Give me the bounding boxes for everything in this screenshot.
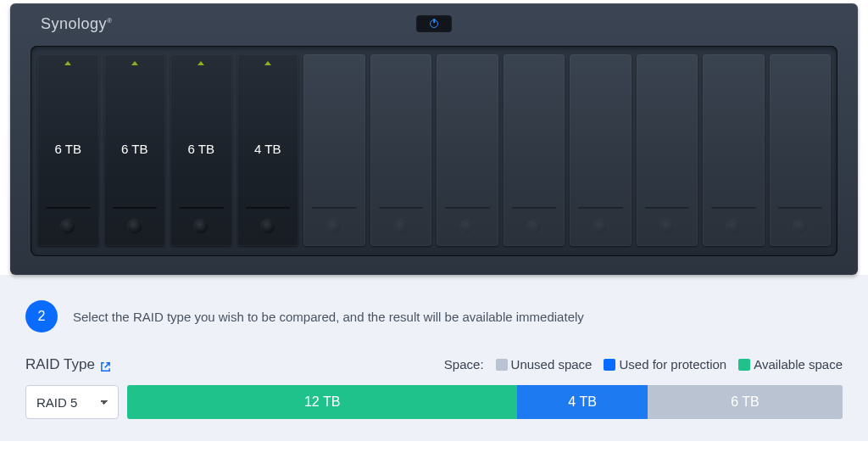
drive-bay-2[interactable]: 6 TB [104,54,166,246]
drive-lock-icon [793,219,808,234]
drive-capacity-label: 6 TB [37,142,99,156]
drive-lock-icon [659,219,675,234]
drive-lock-icon [260,219,275,234]
drive-capacity-label: 4 TB [237,142,299,156]
space-legend: Space: Unused space Used for protection … [444,357,843,372]
segment-unused: 6 TB [648,385,843,419]
drive-lock-icon [193,219,209,234]
drive-slot [711,207,756,209]
drive-lock-icon [526,219,542,234]
drive-bay-11[interactable] [703,54,765,246]
power-button[interactable] [417,16,451,31]
segment-protection: 4 TB [517,385,647,419]
step-instruction: Select the RAID type you wish to be comp… [73,310,584,324]
drive-capacity-label: 6 TB [170,142,232,156]
drive-lock-icon [393,219,409,234]
drive-bay-12[interactable] [770,54,832,246]
drive-led-icon [64,61,71,65]
drive-bay-1[interactable]: 6 TB [37,54,99,246]
legend-protection: Used for protection [604,357,726,372]
drive-slot [645,207,690,209]
nas-chassis: Synology® 6 TB6 TB6 TB4 TB [10,3,858,275]
legend-available: Available space [738,357,843,372]
step-number-badge: 2 [25,300,58,332]
drive-bay-4[interactable]: 4 TB [237,54,299,246]
power-icon [430,20,438,28]
drive-slot [778,207,823,209]
drive-led-icon [131,61,138,65]
raid-type-select[interactable]: RAID 5 [25,385,119,419]
drive-slot [312,207,357,209]
drive-slot [445,207,490,209]
brand-label: Synology® [41,15,112,33]
drive-lock-icon [726,219,741,234]
drive-bay-frame: 6 TB6 TB6 TB4 TB [31,46,837,256]
drive-led-icon [264,61,271,65]
drive-bay-7[interactable] [437,54,498,246]
drive-lock-icon [60,219,75,234]
legend-unused: Unused space [496,357,593,372]
drive-slot [379,207,424,209]
drive-slot [246,207,291,209]
drive-bay-9[interactable] [570,54,632,246]
drive-capacity-label: 6 TB [104,142,166,156]
drive-lock-icon [127,219,142,234]
space-usage-bar: 12 TB 4 TB 6 TB [127,385,843,419]
raid-config-panel: 2 Select the RAID type you wish to be co… [0,275,868,441]
drive-slot [113,207,158,209]
drive-slot [512,207,557,209]
drive-slot [179,207,224,209]
segment-available: 12 TB [127,385,517,419]
legend-title: Space: [444,357,484,372]
drive-slot [46,207,91,209]
drive-bay-8[interactable] [504,54,565,246]
drive-led-icon [198,61,204,65]
drive-lock-icon [459,219,475,234]
raid-type-label: RAID Type [25,356,111,373]
drive-bay-3[interactable]: 6 TB [170,54,232,246]
drive-bay-5[interactable] [303,54,365,246]
drive-bay-10[interactable] [637,54,698,246]
drive-lock-icon [593,219,608,234]
drive-slot [578,207,623,209]
external-link-icon[interactable] [100,360,111,371]
drive-bay-6[interactable] [370,54,432,246]
drive-lock-icon [326,219,342,234]
